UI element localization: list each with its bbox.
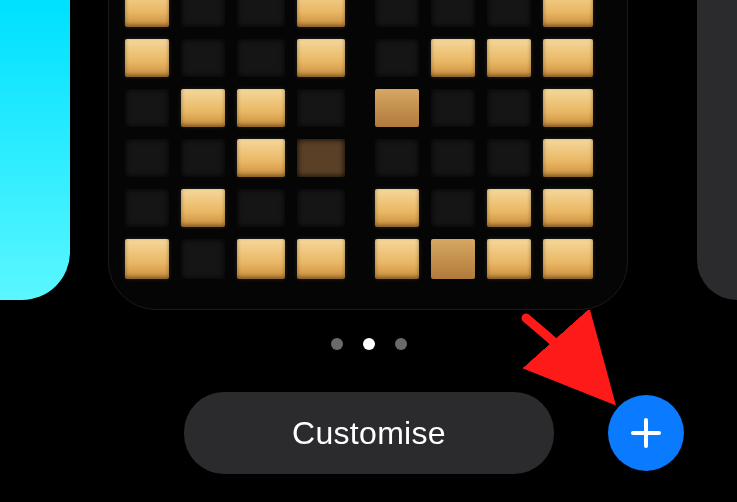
wallpaper-card-current[interactable]	[108, 0, 628, 310]
wallpaper-card-next[interactable]	[697, 0, 737, 300]
plus-icon	[628, 415, 664, 451]
page-dot[interactable]	[395, 338, 407, 350]
add-button[interactable]	[608, 395, 684, 471]
wallpaper-card-prev[interactable]	[0, 0, 70, 300]
page-dot[interactable]	[331, 338, 343, 350]
customise-button[interactable]: Customise	[184, 392, 554, 474]
page-dot-active[interactable]	[363, 338, 375, 350]
wallpaper-preview-image	[109, 0, 627, 309]
customise-button-label: Customise	[292, 415, 446, 452]
page-indicator	[0, 338, 737, 350]
